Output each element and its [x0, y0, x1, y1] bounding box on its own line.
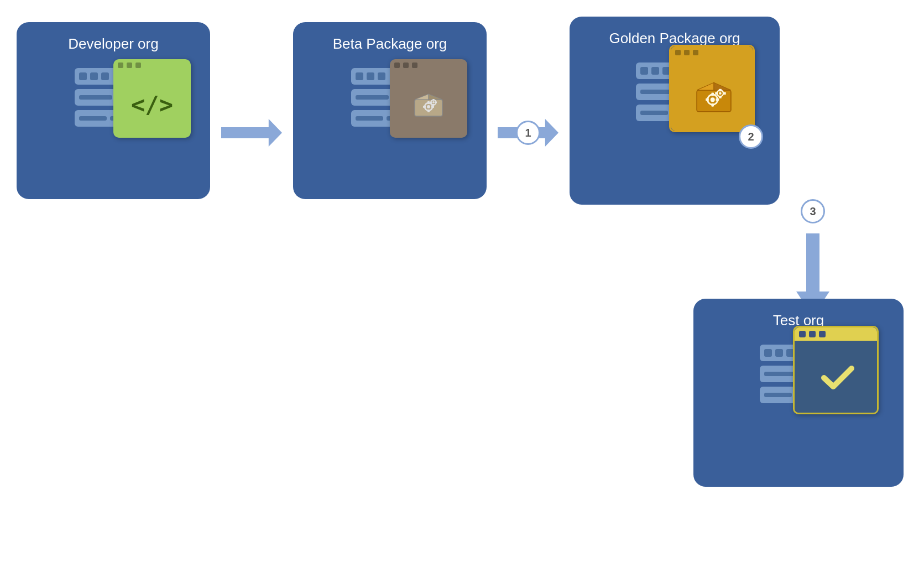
svg-rect-28	[715, 92, 718, 95]
svg-rect-7	[423, 106, 426, 108]
window-dot	[693, 50, 698, 55]
step-badge-1: 1	[516, 121, 540, 145]
golden-package-window	[669, 45, 755, 132]
beta-window-body	[390, 71, 467, 138]
golden-package-gear-svg	[692, 72, 736, 117]
server-dot	[775, 349, 783, 357]
dev-window-titlebar	[113, 59, 191, 71]
test-window-titlebar	[795, 327, 877, 341]
golden-org-content: 2	[636, 63, 713, 121]
test-org-area: Test org	[693, 299, 904, 487]
svg-point-10	[432, 101, 435, 103]
test-window-body	[795, 341, 879, 413]
svg-rect-8	[431, 106, 434, 108]
golden-window-body	[671, 59, 755, 131]
beta-org-box: Beta Package org	[293, 22, 487, 199]
step-badge-2: 2	[739, 124, 763, 149]
svg-rect-27	[719, 96, 722, 98]
test-org-content	[760, 345, 837, 403]
developer-org-box: Developer org	[17, 22, 210, 199]
arrow-1	[221, 119, 282, 147]
developer-server-icon: </>	[75, 68, 152, 127]
test-server-icon	[760, 345, 837, 403]
step-badge-3: 3	[801, 199, 825, 223]
svg-marker-16	[697, 82, 714, 90]
svg-rect-23	[716, 98, 719, 101]
top-row: Developer org	[17, 17, 780, 205]
step-badge-3-wrapper: 3	[801, 199, 825, 228]
window-dot	[799, 331, 806, 337]
golden-server-icon: 2	[636, 63, 713, 121]
server-dot	[367, 72, 374, 80]
window-dot	[675, 50, 681, 55]
server-dot	[378, 72, 385, 80]
svg-rect-11	[433, 99, 435, 101]
window-dot	[684, 50, 690, 55]
window-dot	[412, 63, 417, 68]
window-dot	[403, 63, 409, 68]
server-dot	[651, 67, 659, 75]
server-dot	[101, 72, 109, 80]
svg-marker-1	[415, 94, 429, 100]
diagram: Developer org	[0, 0, 924, 583]
window-dot	[809, 331, 816, 337]
arrow-1-container	[221, 119, 282, 147]
server-dot	[640, 67, 648, 75]
svg-rect-20	[711, 93, 714, 96]
window-dot	[394, 63, 400, 68]
beta-window-titlebar	[390, 59, 467, 71]
svg-rect-5	[427, 101, 430, 104]
svg-point-4	[427, 105, 430, 108]
server-dot	[90, 72, 98, 80]
developer-org-content: </>	[75, 68, 152, 127]
svg-rect-14	[435, 102, 437, 103]
svg-point-25	[719, 92, 722, 95]
arrow-badge-1-container: 1	[498, 119, 558, 147]
dev-window-body: </>	[113, 71, 191, 138]
checkmark-svg	[816, 355, 860, 399]
package-gear-svg	[409, 83, 448, 122]
svg-rect-21	[711, 103, 714, 107]
svg-rect-6	[427, 110, 430, 112]
golden-org-box: Golden Package org	[570, 17, 780, 205]
server-dot	[764, 349, 772, 357]
test-check-window	[793, 326, 879, 414]
developer-code-window: </>	[113, 59, 191, 138]
window-dot	[819, 331, 826, 337]
golden-window-titlebar	[671, 46, 753, 59]
beta-org-title: Beta Package org	[333, 35, 447, 53]
beta-server-icon	[351, 68, 429, 127]
window-dot	[135, 63, 141, 68]
beta-package-window	[390, 59, 467, 138]
code-icon: </>	[131, 91, 173, 118]
beta-package-icon	[409, 83, 448, 126]
svg-point-19	[710, 97, 714, 102]
svg-rect-29	[723, 92, 726, 95]
svg-rect-13	[430, 102, 432, 103]
window-dot	[118, 63, 123, 68]
svg-marker-2	[429, 94, 442, 100]
window-dot	[127, 63, 132, 68]
server-dot	[79, 72, 87, 80]
beta-org-content	[351, 68, 429, 127]
svg-rect-12	[433, 104, 435, 106]
svg-marker-17	[714, 82, 731, 90]
svg-rect-26	[719, 89, 722, 92]
test-org-box: Test org	[693, 299, 904, 487]
developer-org-title: Developer org	[68, 35, 158, 53]
svg-rect-22	[706, 98, 709, 101]
server-dot	[356, 72, 363, 80]
